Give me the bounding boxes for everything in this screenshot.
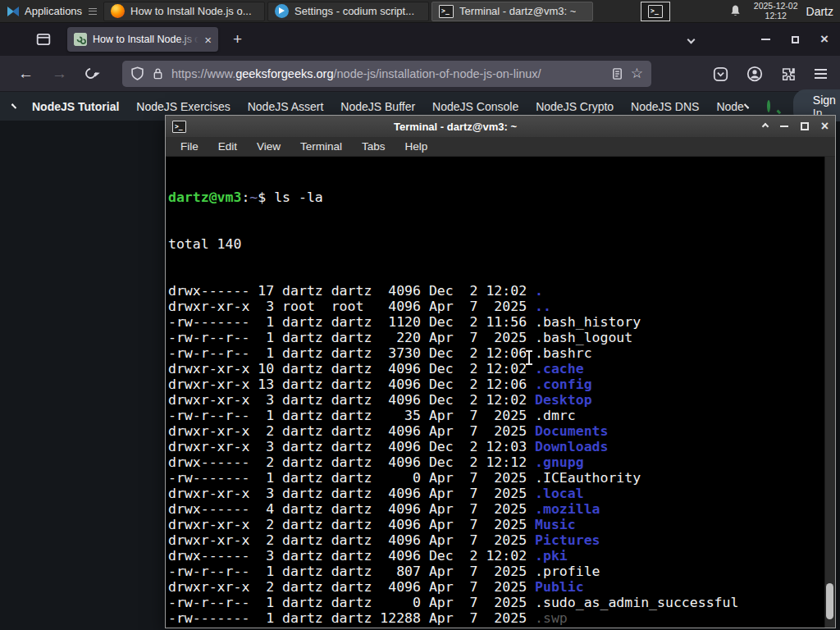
site-nav-link[interactable]: NodeJS Console: [432, 100, 518, 113]
extensions-puzzle-icon[interactable]: [781, 66, 797, 82]
terminal-titlebar[interactable]: >_ Terminal - dartz@vm3: ~ ×: [166, 116, 835, 137]
scrollbar-thumb[interactable]: [826, 583, 833, 619]
terminal-listing-line: drwxr-xr-x 2 dartz dartz 4096 Apr 7 2025…: [168, 579, 835, 595]
url-host: geeksforgeeks.org: [235, 67, 333, 80]
terminal-listing-line: drwxr-xr-x 3 dartz dartz 4096 Dec 2 12:0…: [168, 392, 835, 408]
site-search-icon[interactable]: [767, 100, 770, 112]
window-close-icon[interactable]: ×: [821, 120, 829, 133]
panel-user-label[interactable]: Dartz: [806, 5, 833, 18]
terminal-icon: >_: [648, 5, 663, 18]
file-name: .profile: [535, 564, 600, 579]
menu-help[interactable]: Help: [405, 140, 428, 153]
terminal-listing-line: drwxr-xr-x 3 dartz dartz 4096 Dec 2 12:0…: [168, 439, 835, 454]
terminal-listing-line: drwx------ 2 dartz dartz 4096 Dec 2 12:1…: [168, 454, 835, 470]
site-nav-link[interactable]: NodeJS Tutorial: [32, 100, 119, 113]
file-attributes: drwx------ 3 dartz dartz 4096 Dec 2 12:0…: [168, 548, 535, 564]
toolbar-right-icons: [713, 56, 840, 92]
file-attributes: drwx------ 17 dartz dartz 4096 Dec 2 12:…: [168, 283, 535, 299]
lock-icon[interactable]: [152, 66, 164, 80]
file-attributes: -rw-r--r-- 1 dartz dartz 3730 Dec 2 12:0…: [168, 345, 535, 361]
file-attributes: drwx------ 4 dartz dartz 4096 Apr 7 2025: [168, 501, 535, 517]
file-attributes: drwxr-xr-x 2 dartz dartz 4096 Apr 7 2025: [168, 532, 535, 548]
browser-tab-active[interactable]: How to Install Node.js on ×: [67, 27, 218, 52]
applications-menu-button[interactable]: Applications: [0, 0, 103, 22]
directory-name: .gnupg: [535, 454, 584, 470]
taskbar-button-firefox[interactable]: How to Install Node.js o...: [103, 2, 265, 21]
directory-name: Documents: [535, 423, 608, 439]
forward-button[interactable]: →: [52, 65, 67, 83]
window-maximize-icon[interactable]: [801, 122, 809, 130]
prompt-dollar: $: [258, 189, 274, 205]
pocket-save-icon[interactable]: [713, 66, 728, 82]
menu-terminal[interactable]: Terminal: [300, 140, 342, 153]
directory-name: Templates: [535, 626, 608, 628]
menu-file[interactable]: File: [180, 140, 199, 153]
window-maximize-icon[interactable]: [792, 36, 799, 43]
directory-name: Downloads: [535, 439, 608, 454]
terminal-listing-line: -rw-r--r-- 1 dartz dartz 807 Apr 7 2025 …: [168, 564, 835, 579]
clock-time: 12:12: [754, 11, 798, 21]
site-nav-link[interactable]: NodeJS Buffer: [340, 100, 415, 113]
menu-edit[interactable]: Edit: [218, 140, 237, 153]
file-attributes: drwxr-xr-x 2 dartz dartz 4096 Apr 7 2025: [168, 423, 535, 439]
site-nav-link[interactable]: NodeJS Exercises: [136, 100, 230, 113]
directory-name: Music: [535, 517, 576, 532]
file-attributes: drwxr-xr-x 2 dartz dartz 4096 Apr 7 2025: [168, 626, 535, 628]
terminal-listing-line: drwx------ 4 dartz dartz 4096 Apr 7 2025…: [168, 501, 835, 517]
directory-name: .cache: [535, 361, 584, 377]
tab-close-icon[interactable]: ×: [204, 34, 212, 46]
file-attributes: -rw------- 1 dartz dartz 12288 Apr 7 202…: [168, 610, 535, 626]
terminal-listing-line: -rw------- 1 dartz dartz 12288 Apr 7 202…: [168, 610, 835, 626]
terminal-listing-line: drwxr-xr-x 3 dartz dartz 4096 Apr 7 2025…: [168, 486, 835, 501]
firefox-view-icon: [36, 32, 51, 47]
panel-clock[interactable]: 2025-12-02 12:12: [754, 2, 798, 21]
site-nav-link[interactable]: NodeJS Crypto: [536, 100, 614, 113]
nav-scroll-right-icon[interactable]: [744, 103, 749, 108]
app-menu-icon[interactable]: [815, 69, 827, 71]
reader-mode-icon[interactable]: [611, 67, 623, 80]
file-attributes: -rw-r--r-- 1 dartz dartz 35 Apr 7 2025: [168, 408, 535, 423]
taskbar-button-codium[interactable]: Settings - codium script...: [267, 2, 429, 21]
window-shade-icon[interactable]: [761, 123, 768, 130]
back-button[interactable]: ←: [18, 65, 34, 83]
directory-name: .mozilla: [535, 501, 600, 517]
terminal-output[interactable]: dartz@vm3:~$ ls -la total 140 drwx------…: [166, 157, 835, 628]
workspace-terminal-launcher[interactable]: >_: [641, 2, 670, 21]
menu-view[interactable]: View: [257, 140, 281, 153]
file-name: .bashrc: [535, 345, 592, 361]
url-bar[interactable]: https://www.geeksforgeeks.org/node-js/in…: [122, 61, 651, 87]
notification-bell-icon[interactable]: [728, 4, 742, 18]
terminal-listing-line: drwxr-xr-x 2 dartz dartz 4096 Apr 7 2025…: [168, 626, 835, 628]
prompt-line: dartz@vm3:~$ ls -la: [168, 189, 835, 205]
tracking-shield-icon[interactable]: [130, 66, 144, 80]
menu-tabs[interactable]: Tabs: [362, 140, 386, 153]
applications-label: Applications: [25, 5, 82, 17]
account-icon[interactable]: [746, 66, 763, 82]
bookmark-star-icon[interactable]: ☆: [631, 65, 643, 82]
window-minimize-icon[interactable]: [761, 39, 770, 40]
list-all-tabs-icon[interactable]: [687, 35, 696, 43]
file-attributes: -rw------- 1 dartz dartz 0 Apr 7 2025: [168, 470, 535, 486]
nav-scroll-left-icon[interactable]: [11, 103, 16, 108]
taskbar-button-terminal[interactable]: >_ Terminal - dartz@vm3: ~: [431, 2, 593, 21]
site-nav-link[interactable]: NodeJS Assert: [248, 100, 324, 113]
terminal-listing-line: drwx------ 3 dartz dartz 4096 Dec 2 12:0…: [168, 548, 835, 564]
file-name: .bash_logout: [535, 330, 632, 345]
firefox-view-button[interactable]: [31, 29, 56, 50]
terminal-scrollbar[interactable]: [824, 157, 835, 628]
codium-icon: [275, 4, 289, 18]
terminal-listing-line: drwxr-xr-x 10 dartz dartz 4096 Dec 2 12:…: [168, 361, 835, 377]
url-path: /node-js/installation-of-node-js-on-linu…: [333, 67, 541, 80]
reload-icon[interactable]: [83, 66, 98, 80]
site-nav-link[interactable]: NodeJS DNS: [631, 100, 699, 113]
site-nav-link[interactable]: Node: [716, 100, 743, 113]
file-attributes: drwxr-xr-x 10 dartz dartz 4096 Dec 2 12:…: [168, 361, 535, 377]
terminal-window: >_ Terminal - dartz@vm3: ~ × File Edit V…: [165, 115, 836, 628]
tab-title-fade: [177, 27, 199, 52]
file-attributes: drwxr-xr-x 3 dartz dartz 4096 Dec 2 12:0…: [168, 439, 535, 454]
new-tab-button[interactable]: +: [233, 30, 242, 48]
navigation-toolbar: ← → https://www.geeksforgeeks.org/node-j…: [0, 56, 840, 92]
url-text[interactable]: https://www.geeksforgeeks.org/node-js/in…: [171, 67, 604, 80]
window-close-icon[interactable]: ×: [820, 33, 829, 46]
window-minimize-icon[interactable]: [780, 126, 788, 127]
